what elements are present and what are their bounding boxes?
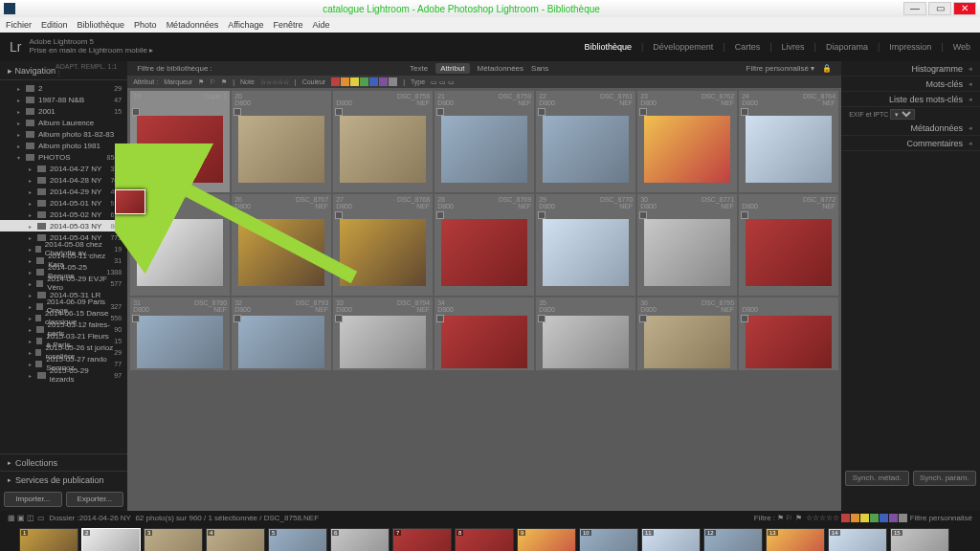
- right-panel-header[interactable]: Liste des mots-clés◂: [841, 92, 980, 107]
- grid-cell[interactable]: D800DSC_8758NEF: [333, 91, 433, 192]
- color-swatch[interactable]: [880, 514, 888, 522]
- cell-checkbox[interactable]: [741, 211, 748, 219]
- menu-item[interactable]: Fenêtre: [274, 20, 303, 30]
- filmstrip-thumb[interactable]: 4: [206, 528, 265, 551]
- grid-cell[interactable]: D800: [739, 298, 838, 370]
- cell-checkbox[interactable]: [335, 315, 343, 322]
- flag-picked-icon[interactable]: ⚑: [198, 78, 204, 86]
- grid-thumb[interactable]: [644, 116, 730, 183]
- filter-tab[interactable]: Attribut: [435, 63, 469, 74]
- status-filter-preset[interactable]: Filtre personnalisé: [910, 514, 972, 522]
- cell-checkbox[interactable]: [335, 108, 343, 116]
- color-swatch[interactable]: [889, 514, 898, 522]
- cell-checkbox[interactable]: [639, 315, 647, 322]
- cell-checkbox[interactable]: [538, 211, 546, 219]
- menu-item[interactable]: Aide: [313, 20, 330, 30]
- cell-checkbox[interactable]: [132, 315, 140, 322]
- filmstrip-thumb[interactable]: 15: [890, 528, 949, 551]
- grid-thumb[interactable]: [441, 219, 527, 286]
- color-swatch[interactable]: [899, 514, 907, 522]
- grid-cell[interactable]: 36D800DSC_8795NEF: [637, 298, 737, 370]
- grid-thumb[interactable]: [746, 219, 832, 286]
- filmstrip-thumb[interactable]: 14: [828, 528, 887, 551]
- folder-item[interactable]: ▸Album photo 81-82-83: [0, 128, 127, 140]
- status-folder[interactable]: 2014-04-26 NY: [79, 514, 131, 522]
- grid-thumb[interactable]: [137, 116, 223, 183]
- flag-unflagged-icon[interactable]: ⚐: [210, 78, 215, 86]
- color-swatch[interactable]: [389, 77, 397, 86]
- grid-thumb[interactable]: [340, 219, 426, 286]
- grid-cell[interactable]: 20D800: [232, 91, 331, 192]
- folder-item[interactable]: ▾PHOTOS8544: [0, 151, 127, 163]
- module-tab[interactable]: Livres: [782, 42, 805, 52]
- sync-settings-button[interactable]: Synch. param.: [913, 471, 976, 486]
- color-swatch[interactable]: [841, 514, 850, 522]
- filmstrip-thumb[interactable]: 11: [641, 528, 701, 551]
- minimize-button[interactable]: —: [903, 2, 926, 15]
- grid-thumb[interactable]: [238, 316, 324, 368]
- module-tab[interactable]: Impression: [889, 42, 931, 52]
- menu-item[interactable]: Affichage: [228, 20, 263, 30]
- cell-checkbox[interactable]: [436, 315, 444, 322]
- menu-item[interactable]: Fichier: [6, 20, 32, 30]
- module-tab[interactable]: Développement: [653, 42, 713, 52]
- cell-checkbox[interactable]: [132, 108, 140, 116]
- filmstrip-thumb[interactable]: 5: [268, 528, 327, 551]
- cell-checkbox[interactable]: [335, 211, 343, 219]
- menu-item[interactable]: Edition: [41, 20, 68, 30]
- cell-checkbox[interactable]: [741, 108, 748, 116]
- color-swatch[interactable]: [379, 77, 388, 86]
- grid-thumb[interactable]: [340, 316, 426, 368]
- grid-thumb[interactable]: [137, 316, 223, 368]
- filmstrip-thumb[interactable]: 9: [517, 528, 576, 551]
- cell-checkbox[interactable]: [436, 211, 444, 219]
- color-swatch[interactable]: [870, 514, 879, 522]
- right-panel-header[interactable]: Métadonnées◂: [841, 121, 980, 136]
- grid-cell[interactable]: 27D800DSC_8768NEF: [333, 194, 433, 296]
- filmstrip-thumb[interactable]: 12: [703, 528, 763, 551]
- module-tab[interactable]: Web: [953, 42, 970, 52]
- folder-item[interactable]: ▸2015-05-29 lézards97: [0, 369, 127, 381]
- color-swatch[interactable]: [360, 77, 368, 86]
- filmstrip-thumb[interactable]: 13: [766, 528, 825, 551]
- grid-cell[interactable]: 35D800: [536, 298, 635, 370]
- status-flag-icons[interactable]: ⚑ ⚐ ⚑ ☆☆☆☆☆: [777, 514, 839, 522]
- cell-checkbox[interactable]: [234, 315, 241, 322]
- folder-item[interactable]: ▸1987-88 N&B47: [0, 94, 127, 105]
- maximize-button[interactable]: ▭: [928, 2, 951, 15]
- grid-thumb[interactable]: [137, 219, 223, 286]
- grid-thumb[interactable]: [543, 219, 629, 286]
- folder-item[interactable]: ▸Album photo 1981: [0, 140, 127, 151]
- color-swatch[interactable]: [851, 514, 859, 522]
- grid-thumb[interactable]: [238, 116, 324, 183]
- right-panel-header[interactable]: Mots-clés◂: [841, 77, 980, 92]
- grid-thumb[interactable]: [543, 316, 629, 368]
- folder-item[interactable]: ▸200115: [0, 105, 127, 117]
- publish-services-header[interactable]: ▸Services de publication: [0, 471, 127, 488]
- folder-item[interactable]: ▸2014-04-28 NY769: [0, 174, 127, 186]
- navigator-header[interactable]: ▸ Navigation ADAPT. REMPL. 1:1 ⋮: [0, 61, 127, 80]
- export-button[interactable]: Exporter...: [66, 492, 124, 507]
- flag-rejected-icon[interactable]: ⚑: [221, 78, 227, 86]
- filmstrip-thumb[interactable]: 1: [19, 528, 78, 551]
- folder-item[interactable]: ▸Album Laurence: [0, 117, 127, 128]
- grid-thumb[interactable]: [644, 219, 730, 286]
- right-panel-header[interactable]: Histogramme◂: [841, 61, 980, 77]
- grid-cell[interactable]: 19Copie 1: [130, 91, 230, 192]
- grid-thumb[interactable]: [746, 316, 832, 368]
- grid-thumb[interactable]: [441, 116, 527, 183]
- grid-cell[interactable]: 26D800DSC_8767NEF: [232, 194, 331, 296]
- color-swatch[interactable]: [341, 77, 349, 86]
- folder-item[interactable]: ▸2014-04-27 NY335: [0, 163, 127, 174]
- folder-item[interactable]: ▸229: [0, 82, 127, 94]
- color-swatch[interactable]: [350, 77, 359, 86]
- filmstrip-thumb[interactable]: 3: [144, 528, 203, 551]
- grid-thumb[interactable]: [441, 316, 527, 368]
- filter-preset-dropdown[interactable]: Filtre personnalisé ▾: [746, 64, 815, 73]
- import-button[interactable]: Importer...: [4, 492, 62, 507]
- right-panel-header[interactable]: Commentaires◂: [841, 136, 980, 151]
- cell-checkbox[interactable]: [538, 315, 546, 322]
- filter-tab[interactable]: Sans: [531, 64, 548, 73]
- filter-lock-icon[interactable]: 🔒: [822, 64, 832, 73]
- grid-thumb[interactable]: [746, 116, 832, 183]
